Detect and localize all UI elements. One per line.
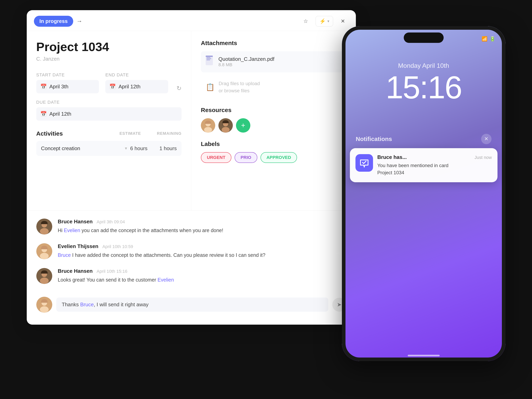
project-title: Project 1034 bbox=[36, 40, 182, 54]
due-date-value: April 12th bbox=[50, 111, 71, 117]
svg-rect-1 bbox=[206, 57, 210, 58]
status-button[interactable]: In progress bbox=[34, 16, 73, 27]
add-resource-button[interactable]: + bbox=[236, 118, 250, 133]
card-body: Project 1034 C. Janzen Start date 📅 Apri… bbox=[27, 31, 356, 210]
refresh-button[interactable]: ↻ bbox=[177, 85, 182, 92]
attachments-title: Attachments bbox=[201, 40, 346, 46]
notif-title: You have been mentioned in card Project … bbox=[377, 162, 492, 176]
notifications-close-button[interactable]: ✕ bbox=[481, 134, 492, 144]
svg-point-16 bbox=[40, 253, 49, 259]
svg-rect-0 bbox=[206, 56, 213, 65]
comment-row-3: Bruce Hansen April 10th 15:16 Looks grea… bbox=[36, 268, 346, 284]
comment-time-1: April 3th 09:04 bbox=[96, 219, 125, 224]
comment-time-3: April 10th 15:16 bbox=[96, 269, 127, 274]
labels-title: Labels bbox=[201, 141, 346, 147]
dynamic-island bbox=[404, 32, 444, 43]
topbar-right: ☆ ⚡ ▾ ✕ bbox=[300, 16, 349, 26]
comment-avatar-bruce-2 bbox=[36, 268, 52, 284]
remaining-value: 1 hours bbox=[159, 145, 177, 151]
due-date-label: Due date bbox=[36, 100, 182, 105]
comment-avatar-current-user bbox=[36, 297, 52, 313]
chevron-down-icon: ▾ bbox=[125, 146, 127, 151]
date-row-2: Due date 📅 April 12th bbox=[36, 100, 182, 121]
notif-time: Just now bbox=[475, 155, 492, 160]
label-urgent[interactable]: URGENT bbox=[201, 152, 231, 163]
activity-name-wrap: Concept creation ▾ bbox=[41, 145, 127, 151]
start-date-value: April 3th bbox=[50, 84, 68, 90]
comment-row-2: Evelien Thijssen April 10th 10:59 Bruce … bbox=[36, 243, 346, 259]
due-date-input[interactable]: 📅 April 12th bbox=[36, 107, 182, 121]
notifications-header: Notifications ✕ bbox=[350, 130, 498, 148]
lightning-button[interactable]: ⚡ ▾ bbox=[316, 16, 333, 26]
labels-list: URGENT PRIO APPROVED bbox=[201, 152, 346, 163]
calendar-icon-3: 📅 bbox=[40, 111, 47, 117]
end-date-input[interactable]: 📅 April 12th bbox=[105, 80, 168, 93]
upload-text: Drag files to upload or browse files bbox=[219, 80, 260, 94]
card-topbar: In progress → ☆ ⚡ ▾ ✕ bbox=[27, 10, 356, 31]
svg-rect-4 bbox=[206, 56, 213, 57]
svg-point-22 bbox=[40, 306, 49, 313]
due-date-field: Due date 📅 April 12th bbox=[36, 100, 182, 121]
start-date-input[interactable]: 📅 April 3th bbox=[36, 80, 99, 93]
mention-bruce-1: Bruce bbox=[58, 252, 71, 258]
left-column: Project 1034 C. Janzen Start date 📅 Apri… bbox=[27, 31, 191, 210]
notif-app-name: Bruce has... bbox=[377, 154, 407, 160]
activities-section: Activities ESTIMATE REMAINING Concept cr… bbox=[36, 130, 182, 156]
calendar-icon-2: 📅 bbox=[109, 84, 116, 90]
notif-top-row: Bruce has... Just now bbox=[377, 154, 492, 160]
comment-meta-2: Evelien Thijssen April 10th 10:59 bbox=[58, 243, 346, 249]
comment-avatar-bruce-1 bbox=[36, 218, 52, 235]
remaining-label: REMAINING bbox=[157, 131, 182, 136]
project-owner: C. Janzen bbox=[36, 56, 182, 62]
avatar-bruce bbox=[218, 118, 233, 133]
wifi-icon: 📶 bbox=[481, 36, 488, 42]
activities-header: Activities ESTIMATE REMAINING bbox=[36, 130, 182, 137]
lock-screen-content: Monday April 10th 15:16 bbox=[342, 50, 506, 103]
label-approved[interactable]: APPROVED bbox=[260, 152, 297, 163]
activities-title: Activities bbox=[36, 130, 63, 137]
comment-input-text: Thanks Bruce, I will send it right away bbox=[62, 301, 323, 308]
file-size: 8.8 MB bbox=[218, 62, 342, 67]
file-info: Quotation_C.Janzen.pdf 8.8 MB bbox=[218, 56, 342, 67]
comment-time-2: April 10th 10:59 bbox=[102, 244, 133, 249]
attachment-item[interactable]: Quotation_C.Janzen.pdf 8.8 MB bbox=[201, 51, 346, 72]
end-date-value: April 12th bbox=[119, 84, 140, 90]
date-row-1: Start date 📅 April 3th End date 📅 April … bbox=[36, 72, 182, 93]
svg-point-10 bbox=[222, 127, 230, 133]
next-button[interactable]: → bbox=[76, 18, 82, 25]
start-date-field: Start date 📅 April 3th bbox=[36, 72, 99, 93]
lock-time: 15:16 bbox=[386, 71, 461, 103]
avatar-evelien bbox=[201, 118, 215, 133]
activities-col-labels: ESTIMATE REMAINING bbox=[120, 131, 182, 136]
activity-name: Concept creation bbox=[41, 145, 80, 151]
activity-row: Concept creation ▾ 6 hours 1 hours bbox=[36, 141, 182, 156]
battery-icon: 🔋 bbox=[489, 36, 495, 42]
comment-author-1: Bruce Hansen bbox=[58, 218, 93, 225]
comment-meta-3: Bruce Hansen April 10th 15:16 bbox=[58, 268, 346, 274]
upload-area[interactable]: 📋 Drag files to upload or browse files bbox=[201, 75, 346, 99]
file-icon bbox=[206, 56, 215, 68]
comment-text-3: Looks great! You can send it to the cust… bbox=[58, 276, 346, 284]
close-button[interactable]: ✕ bbox=[337, 16, 349, 26]
label-prio[interactable]: PRIO bbox=[234, 152, 257, 163]
favorite-button[interactable]: ☆ bbox=[300, 16, 312, 26]
estimate-value: 6 hours bbox=[130, 145, 148, 151]
mention-bruce-input: Bruce bbox=[80, 301, 94, 307]
comment-author-3: Bruce Hansen bbox=[58, 268, 93, 274]
svg-point-13 bbox=[40, 228, 49, 235]
comment-meta-1: Bruce Hansen April 3th 09:04 bbox=[58, 218, 346, 225]
comment-content-2: Evelien Thijssen April 10th 10:59 Bruce … bbox=[58, 243, 346, 259]
topbar-left: In progress → bbox=[34, 16, 82, 27]
estimate-label: ESTIMATE bbox=[120, 131, 141, 136]
mention-evelien-2: Evelien bbox=[158, 277, 174, 283]
comment-text-1: Hi Evelien you can add the concept in th… bbox=[58, 227, 346, 234]
notifications-panel: Notifications ✕ Bruce has... Just now bbox=[350, 130, 498, 182]
lock-date: Monday April 10th bbox=[398, 62, 449, 69]
labels-section: Labels URGENT PRIO APPROVED bbox=[201, 141, 346, 163]
comment-row: Bruce Hansen April 3th 09:04 Hi Evelien … bbox=[36, 218, 346, 235]
upload-icon: 📋 bbox=[206, 83, 215, 91]
comment-content-3: Bruce Hansen April 10th 15:16 Looks grea… bbox=[58, 268, 346, 284]
notification-card[interactable]: Bruce has... Just now You have been ment… bbox=[350, 148, 498, 182]
notif-content: Bruce has... Just now You have been ment… bbox=[377, 154, 492, 176]
comment-input-wrap: Thanks Bruce, I will send it right away bbox=[56, 298, 328, 312]
